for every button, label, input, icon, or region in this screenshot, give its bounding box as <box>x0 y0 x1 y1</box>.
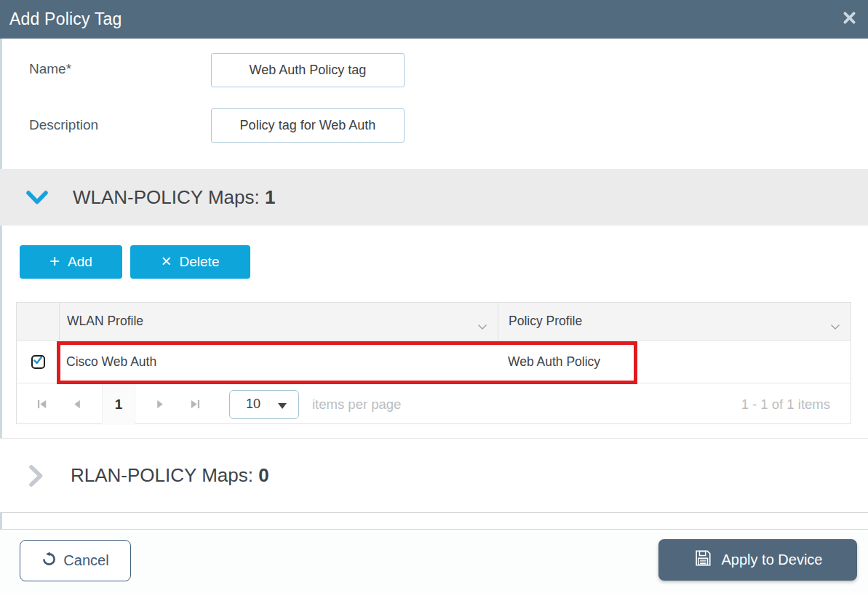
dialog-header: Add Policy Tag <box>0 0 868 39</box>
add-button[interactable]: + Add <box>20 245 122 279</box>
apply-to-device-button[interactable]: Apply to Device <box>658 539 857 581</box>
wlan-section-title-text: WLAN-POLICY Maps: <box>73 186 260 208</box>
chevron-down-icon <box>26 191 48 204</box>
checkmark-icon <box>33 355 43 368</box>
items-per-page-label: items per page <box>312 397 401 413</box>
chevron-down-icon[interactable] <box>477 319 487 334</box>
select-all-column-header[interactable] <box>17 303 59 340</box>
wlan-section-title: WLAN-POLICY Maps: 1 <box>73 186 275 209</box>
x-icon: × <box>162 252 172 270</box>
add-policy-tag-dialog: Add Policy Tag Name* Description WLAN-PO… <box>0 0 868 593</box>
wlan-policy-maps-table: WLAN Profile Policy Profile <box>16 302 851 424</box>
pager-range-label: 1 - 1 of 1 items <box>741 397 830 413</box>
description-input[interactable] <box>211 108 405 143</box>
apply-button-label: Apply to Device <box>722 552 823 568</box>
close-icon <box>843 11 856 27</box>
undo-icon <box>41 552 57 570</box>
close-button[interactable] <box>840 10 858 28</box>
current-page-button[interactable]: 1 <box>102 383 135 425</box>
delete-button[interactable]: × Delete <box>130 245 250 279</box>
cell-policy-profile: Web Auth Policy <box>498 354 851 370</box>
first-page-icon[interactable] <box>37 399 48 410</box>
column-header-policy-profile[interactable]: Policy Profile <box>498 303 851 340</box>
page-size-value: 10 <box>246 397 260 412</box>
delete-button-label: Delete <box>180 254 220 270</box>
description-label: Description <box>29 117 98 133</box>
chevron-right-icon <box>29 465 43 487</box>
column-header-policy-profile-label: Policy Profile <box>509 314 582 329</box>
table-pager: 1 10 items per page 1 - 1 of 1 items <box>17 383 851 425</box>
dialog-title: Add Policy Tag <box>0 9 122 29</box>
cancel-button[interactable]: Cancel <box>20 540 131 581</box>
floppy-disk-icon <box>693 549 712 571</box>
rlan-policy-section-header[interactable]: RLAN-POLICY Maps: 0 <box>0 438 868 513</box>
last-page-icon[interactable] <box>189 399 200 410</box>
row-checkbox-cell <box>17 355 59 369</box>
plus-icon: + <box>49 252 60 270</box>
prev-page-icon[interactable] <box>72 399 83 410</box>
caret-down-icon <box>278 403 287 409</box>
name-input[interactable] <box>211 53 405 87</box>
page-size-dropdown[interactable]: 10 <box>229 390 299 419</box>
rlan-section-title-text: RLAN-POLICY Maps: <box>71 464 253 486</box>
column-header-wlan-profile-label: WLAN Profile <box>67 314 143 329</box>
table-row[interactable]: Cisco Web Auth Web Auth Policy <box>17 341 851 383</box>
wlan-policy-section-header[interactable]: WLAN-POLICY Maps: 1 <box>0 169 868 226</box>
table-header-row: WLAN Profile Policy Profile <box>17 303 851 341</box>
cancel-button-label: Cancel <box>63 552 108 569</box>
rlan-section-title: RLAN-POLICY Maps: 0 <box>71 464 269 487</box>
rlan-section-count: 0 <box>258 464 268 486</box>
name-label: Name* <box>29 61 71 77</box>
chevron-down-icon[interactable] <box>830 319 840 334</box>
row-checkbox[interactable] <box>31 355 45 369</box>
next-page-icon[interactable] <box>154 399 165 410</box>
column-header-wlan-profile[interactable]: WLAN Profile <box>59 303 498 340</box>
wlan-section-count: 1 <box>265 186 275 208</box>
add-button-label: Add <box>68 254 92 270</box>
dialog-footer: Cancel Apply to Device <box>0 529 868 593</box>
cell-wlan-profile: Cisco Web Auth <box>59 354 498 370</box>
